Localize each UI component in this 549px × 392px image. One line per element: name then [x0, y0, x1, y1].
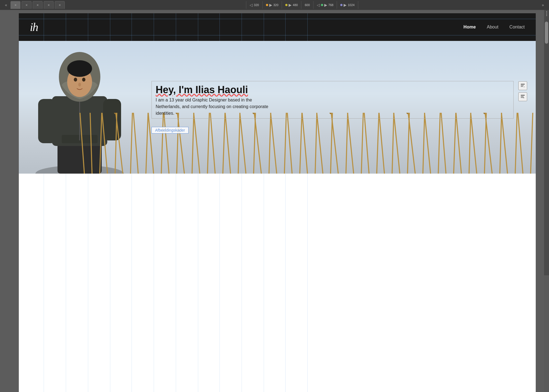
text-icon-2[interactable]: A — [518, 92, 527, 101]
v-guide-10 — [242, 13, 242, 41]
svg-line-15 — [79, 113, 85, 174]
tab-close-2[interactable]: ✕ — [25, 3, 28, 7]
col-guide-2 — [66, 174, 66, 392]
hero-section: Hey, I'm Ilias Haouli I am a 13 year old… — [19, 41, 536, 174]
canvas-area: ih Home About Contact — [0, 10, 544, 392]
text-icon-1[interactable]: A — [518, 81, 527, 90]
svg-line-17 — [100, 113, 102, 174]
svg-point-11 — [74, 78, 77, 82]
svg-rect-134 — [521, 85, 524, 86]
breakpoint-480-value: 480 — [293, 3, 298, 7]
tab-5[interactable]: ✕ — [55, 1, 65, 9]
tab-3[interactable]: ✕ — [33, 1, 43, 9]
breakpoint-768-dot — [321, 4, 323, 6]
svg-rect-137 — [521, 95, 525, 96]
tab-close-3[interactable]: ✕ — [36, 3, 40, 7]
breakpoint-320b[interactable]: ▶ 320 — [263, 1, 282, 9]
svg-rect-138 — [521, 96, 524, 97]
breakpoint-768[interactable]: ◁ ▶ 768 — [313, 1, 337, 9]
site-logo: ih — [30, 20, 38, 34]
svg-line-21 — [130, 113, 133, 174]
nav-back-button[interactable]: « — [2, 1, 10, 9]
website-preview: ih Home About Contact — [19, 13, 536, 392]
svg-point-10 — [67, 60, 92, 77]
below-fold — [19, 174, 536, 392]
svg-text:A: A — [523, 97, 524, 99]
scrollbar[interactable] — [544, 10, 549, 275]
site-nav-links: Home About Contact — [464, 25, 525, 30]
col-guide-3 — [88, 174, 88, 392]
svg-text:A: A — [524, 86, 525, 88]
v-guide-11 — [264, 13, 264, 41]
col-guide-11 — [264, 174, 264, 392]
breakpoint-1024-value: 1024 — [348, 3, 354, 7]
left-margin — [0, 13, 19, 392]
svg-rect-133 — [521, 84, 525, 85]
v-guide-5 — [132, 13, 132, 41]
svg-line-16 — [90, 113, 92, 174]
breakpoint-320b-dot — [266, 4, 268, 6]
svg-rect-135 — [521, 86, 523, 87]
breakpoint-320a[interactable]: ◁ 320 — [246, 1, 262, 9]
breakpoint-320a-value: 320 — [254, 3, 259, 7]
h-guide-top — [19, 19, 536, 19]
col-guide-1 — [44, 174, 44, 392]
breakpoint-320b-value: 320 — [273, 3, 278, 7]
v-guide-6 — [154, 13, 154, 41]
v-guide-9 — [219, 13, 220, 41]
toolbar: « ✕ ✕ ✕ ✕ ✕ ◁ 320 ▶ 320 ▶ 480 — [0, 0, 549, 10]
col-guide-5 — [132, 174, 132, 392]
nav-link-home[interactable]: Home — [464, 25, 476, 30]
hero-subtitle: I am a 13 year old Graphic Designer base… — [156, 97, 277, 117]
tab-2[interactable]: ✕ — [22, 1, 32, 9]
hero-title-box: Hey, I'm Ilias Haouli I am a 13 year old… — [151, 81, 514, 119]
breakpoint-1024[interactable]: ▶ 1024 — [337, 1, 358, 9]
col-guide-4 — [110, 174, 110, 392]
breakpoint-480-dot — [285, 4, 287, 6]
v-guide-1 — [44, 13, 44, 41]
toolbar-right: » — [537, 1, 549, 9]
v-guide-8 — [198, 13, 198, 41]
hero-content: Hey, I'm Ilias Haouli I am a 13 year old… — [151, 81, 536, 134]
breakpoint-1024-dot — [340, 4, 343, 6]
col-guide-13 — [307, 174, 308, 392]
scrollbar-thumb[interactable] — [545, 22, 548, 44]
col-guide-7 — [176, 174, 176, 392]
breakpoint-480[interactable]: ▶ 480 — [282, 1, 301, 9]
svg-rect-4 — [38, 99, 56, 143]
nav-link-about[interactable]: About — [487, 25, 498, 30]
breakpoint-bar: ◁ 320 ▶ 320 ▶ 480 600 ◁ ▶ 768 ▶ 1024 — [67, 1, 537, 9]
v-guide-7 — [176, 13, 176, 41]
site-nav: ih Home About Contact — [19, 13, 536, 41]
svg-point-12 — [82, 78, 85, 82]
breakpoint-600-value: 600 — [305, 3, 310, 7]
v-guide-2 — [66, 13, 66, 41]
text-icons: A A — [518, 81, 527, 101]
col-guide-12 — [285, 174, 286, 392]
hero-title: Hey, I'm Ilias Haouli — [156, 84, 509, 96]
breakpoint-600[interactable]: 600 — [301, 1, 313, 9]
image-frame-label[interactable]: Afbeeldingskader — [151, 127, 189, 134]
col-guide-8 — [198, 174, 198, 392]
toolbar-left: « ✕ ✕ ✕ ✕ ✕ — [0, 1, 67, 9]
scrollbar-top-dots — [545, 11, 548, 16]
col-guide-6 — [154, 174, 154, 392]
tab-1[interactable]: ✕ — [11, 1, 20, 9]
nav-forward-button[interactable]: » — [539, 1, 547, 9]
v-guide-13 — [307, 13, 308, 41]
col-guide-9 — [219, 174, 220, 392]
h-guide-bottom — [19, 35, 536, 35]
v-guide-4 — [110, 13, 110, 41]
v-guide-3 — [88, 13, 88, 41]
breakpoint-768-value: 768 — [328, 3, 333, 7]
tab-close-5[interactable]: ✕ — [58, 3, 62, 7]
svg-line-23 — [146, 113, 148, 174]
tab-close-4[interactable]: ✕ — [47, 3, 51, 7]
nav-link-contact[interactable]: Contact — [509, 25, 525, 30]
svg-point-13 — [78, 83, 81, 87]
tab-close-1[interactable]: ✕ — [14, 3, 17, 7]
v-guide-12 — [285, 13, 286, 41]
tab-4[interactable]: ✕ — [44, 1, 54, 9]
col-guide-10 — [242, 174, 242, 392]
